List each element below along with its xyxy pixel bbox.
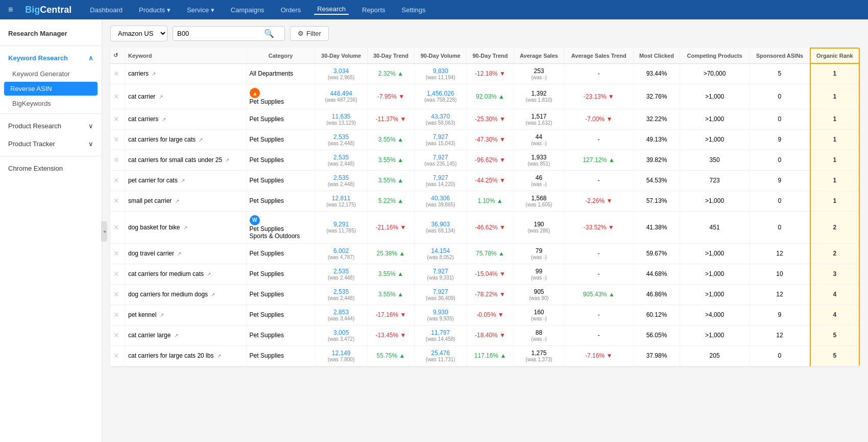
nav-campaigns[interactable]: Campaigns (228, 6, 268, 14)
search-bar: Amazon US 🔍 ⚙ Filter (110, 26, 860, 41)
avg-sales-sub: (was 1,373) (517, 357, 561, 362)
remove-icon[interactable]: ✕ (113, 115, 119, 123)
sidebar-bigkeywords[interactable]: BigKeywords (0, 97, 102, 110)
sidebar-chrome-extension[interactable]: Chrome Extension (0, 159, 102, 177)
vol30-sub: (was 3,472) (318, 336, 364, 342)
nav-service[interactable]: Service ▾ (184, 6, 218, 14)
sidebar-reverse-asin[interactable]: Reverse ASIN (4, 82, 98, 96)
col-most-clicked[interactable]: Most Clicked (634, 48, 680, 63)
external-link-icon[interactable]: ↗ (177, 251, 181, 257)
external-link-icon[interactable]: ↗ (152, 71, 156, 77)
trend30-value: 2.32% (378, 70, 403, 77)
remove-icon[interactable]: ✕ (113, 223, 119, 231)
sponsored-value: 0 (778, 93, 782, 100)
external-link-icon[interactable]: ↗ (175, 198, 179, 204)
sponsored-value: 9 (778, 136, 782, 143)
table-row: ✕pet carrier for cats ↗Pet Supplies2,535… (110, 170, 859, 191)
most-clicked-value: 37.98% (646, 352, 667, 359)
external-link-icon[interactable]: ↗ (159, 94, 163, 100)
remove-icon[interactable]: ✕ (113, 92, 119, 101)
remove-icon[interactable]: ✕ (113, 311, 119, 319)
external-link-icon[interactable]: ↗ (183, 225, 187, 230)
external-link-icon[interactable]: ↗ (160, 312, 164, 318)
col-vol30[interactable]: 30-Day Volume (315, 48, 367, 63)
sponsored-value: 0 (778, 352, 782, 359)
vol30-sub: (was 2,448) (318, 141, 364, 146)
sidebar-product-tracker[interactable]: Product Tracker ∨ (0, 135, 102, 153)
organic-rank-value: 1 (833, 177, 837, 184)
col-avg-sales-trend[interactable]: Average Sales Trend (564, 48, 634, 63)
marketplace-select[interactable]: Amazon US (110, 26, 167, 41)
sidebar-keyword-research[interactable]: Keyword Research ∧ (0, 49, 102, 67)
vol30-value: 3,005 (318, 329, 364, 336)
keyword-table: ↺ Keyword Category 30-Day Volume 30-Day … (110, 48, 860, 366)
category-text: Pet Supplies (250, 197, 312, 204)
col-keyword[interactable]: Keyword (125, 48, 247, 63)
competing-value: >1,000 (705, 250, 724, 257)
competing-value: >1,000 (705, 136, 724, 143)
remove-icon[interactable]: ✕ (113, 331, 119, 339)
organic-rank-value: 5 (833, 352, 837, 359)
col-sponsored[interactable]: Sponsored ASINs (750, 48, 810, 63)
col-avg-sales[interactable]: Average Sales (514, 48, 564, 63)
external-link-icon[interactable]: ↗ (199, 137, 203, 143)
col-trend90[interactable]: 90-Day Trend (467, 48, 514, 63)
avg-sales-sub: (was -) (517, 141, 561, 146)
competing-value: >1,000 (705, 197, 724, 204)
sidebar-research-manager[interactable]: Research Manager (0, 25, 102, 42)
external-link-icon[interactable]: ↗ (207, 271, 211, 277)
remove-icon[interactable]: ✕ (113, 69, 119, 78)
vol90-sub: (was 15,043) (418, 141, 463, 146)
hamburger-icon[interactable]: ≡ (8, 5, 13, 14)
remove-icon[interactable]: ✕ (113, 135, 119, 144)
nav-settings[interactable]: Settings (399, 6, 429, 14)
external-link-icon[interactable]: ↗ (162, 117, 166, 122)
avg-sales-value: 1,275 (517, 350, 561, 357)
logo[interactable]: BigCentral (25, 5, 71, 15)
external-link-icon[interactable]: ↗ (181, 178, 185, 183)
filter-button[interactable]: ⚙ Filter (290, 26, 329, 41)
remove-icon[interactable]: ✕ (113, 156, 119, 164)
vol30-sub: (was 2,448) (318, 275, 364, 281)
nav-products[interactable]: Products ▾ (136, 6, 174, 14)
most-clicked-value: 32.22% (646, 115, 667, 123)
external-link-icon[interactable]: ↗ (211, 292, 215, 297)
table-row: ✕cat carriers ↗Pet Supplies11,635(was 13… (110, 109, 859, 129)
keyword-text: carriers (128, 70, 149, 77)
remove-icon[interactable]: ✕ (113, 290, 119, 298)
avg-sales-value: 44 (517, 133, 561, 141)
vol90-value: 1,456,026 (418, 90, 463, 97)
most-clicked-value: 49.13% (646, 136, 667, 143)
avg-sales-value: 88 (517, 329, 561, 336)
remove-icon[interactable]: ✕ (113, 352, 119, 360)
organic-rank-value: 2 (833, 224, 837, 231)
nav-research[interactable]: Research (314, 5, 349, 15)
remove-icon[interactable]: ✕ (113, 197, 119, 205)
external-link-icon[interactable]: ↗ (174, 333, 178, 338)
remove-icon[interactable]: ✕ (113, 176, 119, 184)
most-clicked-value: 44.68% (646, 270, 667, 277)
remove-icon[interactable]: ✕ (113, 249, 119, 258)
sidebar-collapse-handle[interactable]: ◂ (101, 221, 107, 242)
nav-orders[interactable]: Orders (278, 6, 304, 14)
nav-dashboard[interactable]: Dashboard (87, 6, 126, 14)
external-link-icon[interactable]: ↗ (225, 157, 229, 163)
external-link-icon[interactable]: ↗ (217, 353, 221, 359)
asin-search-input[interactable] (177, 30, 264, 37)
avg-sales-sub: (was -) (517, 75, 561, 80)
col-trend30[interactable]: 30-Day Trend (367, 48, 414, 63)
remove-icon[interactable]: ✕ (113, 270, 119, 278)
sidebar-keyword-generator[interactable]: Keyword Generator (0, 67, 102, 81)
col-organic-rank[interactable]: Organic Rank (810, 48, 859, 63)
category-text: Pet Supplies (250, 352, 312, 359)
vol30-value: 11,635 (318, 113, 364, 120)
col-competing[interactable]: Competing Products (680, 48, 749, 63)
sidebar-product-research[interactable]: Product Research ∨ (0, 117, 102, 135)
col-vol90[interactable]: 90-Day Volume (415, 48, 467, 63)
organic-rank-value: 3 (833, 270, 837, 277)
search-button[interactable]: 🔍 (264, 29, 274, 38)
trend30-value: -11.37% (375, 115, 406, 123)
organic-rank-value: 1 (833, 93, 837, 100)
trend30-value: -7.95% (377, 93, 404, 100)
nav-reports[interactable]: Reports (359, 6, 389, 14)
